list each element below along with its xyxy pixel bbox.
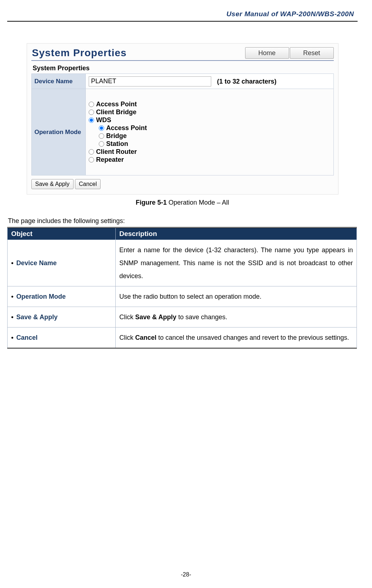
radio-wds-ap[interactable] — [99, 125, 104, 131]
action-row: Save & Apply Cancel — [31, 179, 334, 189]
opt-wds-station: Station — [106, 140, 128, 148]
page-number: -28- — [0, 571, 372, 578]
opt-wds-ap: Access Point — [106, 124, 147, 132]
desc-suffix: to save changes. — [176, 313, 227, 321]
th-description: Description — [116, 228, 357, 240]
sp-titlebar: System Properties Home Reset — [31, 47, 334, 61]
table-row: •Save & Apply Click Save & Apply to save… — [8, 307, 357, 328]
opt-client-router: Client Router — [96, 148, 137, 156]
table-row: •Cancel Click Cancel to cancel the unsav… — [8, 328, 357, 348]
figure-caption: Figure 5-1 Operation Mode – All — [7, 199, 358, 206]
radio-repeater[interactable] — [89, 157, 94, 162]
doc-header: User Manual of WAP-200N/WBS-200N — [7, 10, 358, 21]
radio-access-point[interactable] — [89, 102, 94, 107]
cancel-button[interactable]: Cancel — [75, 179, 101, 189]
radio-client-router[interactable] — [89, 149, 94, 155]
desc-suffix: to cancel the unsaved changes and revert… — [156, 334, 349, 341]
sp-title: System Properties — [31, 47, 244, 59]
table-row: •Operation Mode Use the radio button to … — [8, 286, 357, 307]
device-name-input[interactable] — [89, 76, 211, 86]
opt-wds: WDS — [96, 116, 111, 124]
figure-text: Operation Mode – All — [167, 199, 229, 206]
obj-label: Save & Apply — [16, 313, 57, 321]
home-button[interactable]: Home — [245, 47, 289, 59]
radio-wds-bridge[interactable] — [99, 133, 104, 139]
table-row: •Device Name Enter a name for the device… — [8, 240, 357, 286]
th-object: Object — [8, 228, 116, 240]
desc-prefix: Click — [119, 313, 135, 321]
desc-bold: Cancel — [135, 334, 156, 341]
desc-bold: Save & Apply — [135, 313, 176, 321]
intro-line: The page includes the following settings… — [8, 217, 358, 225]
figure-label: Figure 5-1 — [136, 199, 167, 206]
opt-repeater: Repeater — [96, 156, 124, 164]
sp-config-table: Device Name (1 to 32 characters) Operati… — [31, 74, 334, 175]
opt-access-point: Access Point — [96, 101, 137, 108]
obj-label: Cancel — [16, 334, 37, 341]
header-rule — [7, 21, 358, 22]
device-name-label: Device Name — [31, 74, 85, 89]
sp-section-label: System Properties — [33, 64, 334, 72]
bullet-icon: • — [11, 334, 13, 341]
save-apply-button[interactable]: Save & Apply — [31, 179, 74, 189]
obj-label: Device Name — [16, 259, 57, 267]
bullet-icon: • — [11, 259, 13, 267]
reset-button[interactable]: Reset — [290, 47, 334, 59]
operation-mode-label: Operation Mode — [31, 89, 85, 175]
opt-client-bridge: Client Bridge — [96, 108, 137, 116]
desc-text: Enter a name for the device (1-32 charac… — [119, 246, 353, 280]
desc-prefix: Click — [119, 334, 135, 341]
device-name-note: (1 to 32 characters) — [217, 78, 276, 85]
screenshot-system-properties: System Properties Home Reset System Prop… — [27, 43, 338, 195]
radio-wds[interactable] — [89, 117, 94, 123]
obj-label: Operation Mode — [16, 293, 66, 300]
radio-client-bridge[interactable] — [89, 110, 94, 115]
radio-wds-station[interactable] — [99, 141, 104, 147]
opt-wds-bridge: Bridge — [106, 132, 127, 140]
description-table: Object Description •Device Name Enter a … — [7, 227, 357, 349]
bullet-icon: • — [11, 313, 13, 321]
bullet-icon: • — [11, 293, 13, 300]
desc-text: Use the radio button to select an operat… — [119, 293, 261, 300]
operation-mode-options: Access Point Client Bridge WDS Access Po… — [85, 89, 333, 175]
